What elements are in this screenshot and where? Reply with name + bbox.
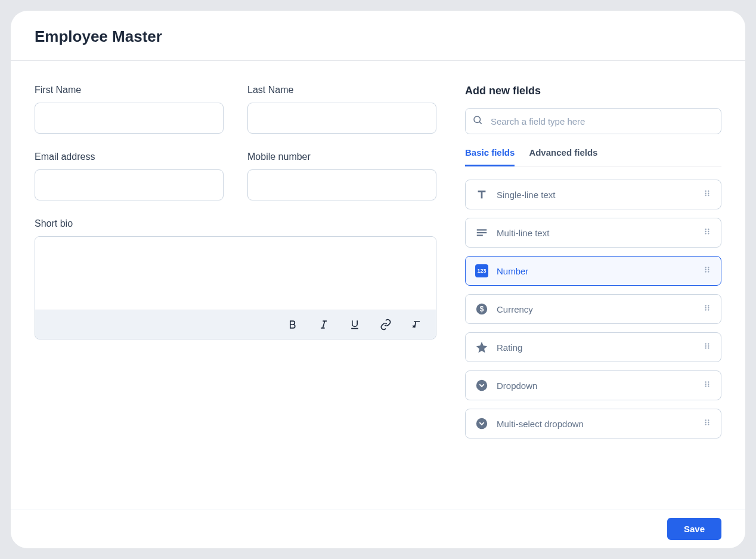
svg-point-29 (705, 305, 707, 306)
text-icon (475, 188, 488, 201)
tab-advanced-fields[interactable]: Advanced fields (529, 145, 597, 166)
field-type-single-line[interactable]: Single-line text (465, 180, 721, 209)
svg-point-39 (705, 347, 707, 348)
svg-point-40 (708, 347, 709, 348)
svg-point-54 (708, 424, 709, 425)
bio-toolbar (35, 310, 436, 339)
svg-point-47 (708, 385, 709, 387)
field-label: Email address (35, 152, 224, 162)
search-input[interactable] (465, 108, 721, 134)
star-icon (475, 341, 488, 354)
field-label: First Name (35, 85, 224, 95)
field-type-rating[interactable]: Rating (465, 332, 721, 362)
save-button[interactable]: Save (667, 518, 721, 540)
svg-point-30 (708, 305, 709, 306)
field-type-label: Rating (497, 342, 703, 353)
field-type-label: Multi-select dropdown (497, 419, 703, 429)
first-name-input[interactable] (35, 103, 224, 134)
svg-point-7 (708, 190, 709, 192)
svg-point-31 (705, 307, 707, 308)
link-icon[interactable] (379, 317, 393, 332)
currency-icon: $ (475, 302, 488, 316)
svg-point-11 (708, 194, 709, 196)
svg-point-16 (708, 228, 709, 230)
clear-format-icon[interactable] (410, 317, 424, 332)
svg-point-15 (705, 228, 707, 230)
svg-point-53 (705, 424, 707, 425)
drag-handle-icon[interactable] (703, 342, 711, 353)
svg-point-6 (705, 190, 707, 192)
svg-point-8 (705, 193, 707, 194)
svg-point-33 (705, 309, 707, 310)
field-label: Short bio (35, 218, 436, 229)
field-type-label: Currency (497, 304, 703, 314)
svg-point-49 (705, 419, 707, 421)
bold-icon[interactable] (286, 317, 300, 332)
svg-point-10 (705, 194, 707, 196)
drag-handle-icon[interactable] (703, 265, 711, 276)
svg-point-45 (708, 384, 709, 385)
field-label: Mobile number (247, 152, 436, 162)
svg-point-22 (708, 267, 709, 268)
svg-point-42 (705, 381, 707, 382)
svg-point-4 (474, 116, 481, 123)
search-icon (472, 115, 483, 128)
svg-point-20 (708, 233, 709, 234)
svg-point-46 (705, 385, 707, 387)
svg-point-24 (708, 269, 709, 270)
first-name-field: First Name (35, 85, 224, 134)
svg-point-51 (705, 422, 707, 423)
bio-field: Short bio (35, 218, 436, 339)
svg-text:$: $ (480, 305, 484, 313)
svg-point-18 (708, 231, 709, 232)
bio-textarea[interactable] (35, 237, 436, 307)
svg-point-48 (476, 418, 487, 429)
italic-icon[interactable] (317, 317, 331, 332)
field-type-dropdown[interactable]: Dropdown (465, 370, 721, 400)
svg-point-52 (708, 422, 709, 423)
search-field (465, 108, 721, 134)
field-type-list: Single-line text Multi-line text (465, 180, 721, 438)
svg-point-50 (708, 419, 709, 421)
tab-basic-fields[interactable]: Basic fields (465, 145, 515, 166)
chevron-down-circle-icon (475, 417, 488, 430)
header: Employee Master (11, 11, 745, 61)
svg-point-36 (708, 343, 709, 344)
field-type-label: Number (497, 266, 703, 276)
svg-point-21 (705, 267, 707, 268)
footer: Save (11, 509, 745, 548)
drag-handle-icon[interactable] (703, 380, 711, 391)
email-input[interactable] (35, 169, 224, 200)
underline-icon[interactable] (348, 317, 362, 332)
svg-point-44 (705, 384, 707, 385)
field-type-multiselect[interactable]: Multi-select dropdown (465, 409, 721, 438)
sidebar-title: Add new fields (465, 85, 721, 97)
svg-point-34 (708, 309, 709, 310)
last-name-field: Last Name (247, 85, 436, 134)
app-window: Employee Master First Name Last Name Ema… (11, 11, 745, 548)
field-type-label: Dropdown (497, 381, 703, 391)
field-label: Last Name (247, 85, 436, 95)
number-icon: 123 (475, 264, 488, 277)
drag-handle-icon[interactable] (703, 418, 711, 429)
svg-point-43 (708, 381, 709, 382)
svg-point-25 (705, 271, 707, 272)
mobile-input[interactable] (247, 169, 436, 200)
chevron-down-circle-icon (475, 379, 488, 392)
svg-point-19 (705, 233, 707, 234)
drag-handle-icon[interactable] (703, 189, 711, 200)
field-type-currency[interactable]: $ Currency (465, 294, 721, 324)
field-type-number[interactable]: 123 Number (465, 256, 721, 286)
svg-point-9 (708, 193, 709, 194)
multiline-icon (475, 226, 488, 239)
svg-point-37 (705, 345, 707, 347)
tabs: Basic fields Advanced fields (465, 145, 721, 166)
svg-line-5 (479, 122, 481, 123)
field-type-multi-line[interactable]: Multi-line text (465, 218, 721, 248)
svg-point-17 (705, 231, 707, 232)
drag-handle-icon[interactable] (703, 304, 711, 314)
drag-handle-icon[interactable] (703, 227, 711, 238)
svg-point-41 (476, 380, 487, 391)
last-name-input[interactable] (247, 103, 436, 134)
sidebar: Add new fields Basic fields Advanced fie… (465, 85, 721, 485)
